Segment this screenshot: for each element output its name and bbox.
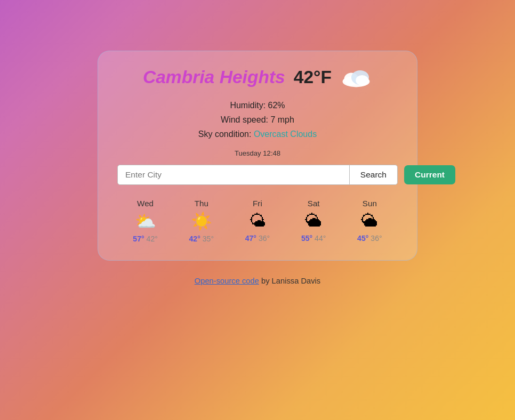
forecast-day-sat: Sat 🌥 55° 44° xyxy=(301,199,326,243)
day-temps-wed: 57° 42° xyxy=(133,235,158,243)
day-temps-thu: 42° 35° xyxy=(189,235,214,243)
day-label-thu: Thu xyxy=(195,199,208,208)
city-name: Cambria Heights xyxy=(143,67,285,87)
forecast-day-thu: Thu ☀️ 42° 35° xyxy=(189,199,214,243)
footer-by: by Lanissa Davis xyxy=(259,277,320,285)
forecast-day-wed: Wed ⛅ 57° 42° xyxy=(133,199,158,243)
forecast-row: Wed ⛅ 57° 42° Thu ☀️ 42° 35° Fri 🌤 47° 3… xyxy=(117,199,398,243)
header-row: Cambria Heights 42°F xyxy=(117,66,398,88)
sunny-icon: ☀️ xyxy=(191,211,212,231)
cloud-icon xyxy=(340,66,372,88)
forecast-day-sun: Sun 🌥 45° 36° xyxy=(357,199,382,243)
search-row: Search Current xyxy=(117,165,398,185)
sun-icon: 🌤 xyxy=(249,211,266,231)
temperature: 42°F xyxy=(294,67,332,87)
search-button[interactable]: Search xyxy=(350,165,398,185)
svg-point-3 xyxy=(356,75,368,86)
day-label-fri: Fri xyxy=(253,199,262,208)
day-temps-sun: 45° 36° xyxy=(357,234,382,243)
weather-details: Humidity: 62% Wind speed: 7 mph Sky cond… xyxy=(198,98,317,142)
sky-condition-value: Overcast Clouds xyxy=(254,130,317,139)
current-button[interactable]: Current xyxy=(404,165,455,184)
day-label-wed: Wed xyxy=(137,199,154,208)
sky-condition: Sky condition: Overcast Clouds xyxy=(198,127,317,141)
cloud-icon-sun: 🌥 xyxy=(361,211,378,231)
day-label-sun: Sun xyxy=(363,199,377,208)
humidity: Humidity: 62% xyxy=(198,98,317,112)
forecast-day-fri: Fri 🌤 47° 36° xyxy=(245,199,270,243)
sky-condition-label: Sky condition: xyxy=(198,130,252,139)
weather-card: Cambria Heights 42°F Humidity: 62% Wind … xyxy=(98,51,417,261)
city-input[interactable] xyxy=(117,165,350,185)
open-source-link[interactable]: Open-source code xyxy=(195,277,259,285)
wind-speed: Wind speed: 7 mph xyxy=(198,112,317,127)
day-label-sat: Sat xyxy=(308,199,320,208)
datetime: Tuesday 12:48 xyxy=(235,149,280,157)
partly-cloudy-icon: ⛅ xyxy=(135,211,156,231)
cloud-icon-sat: 🌥 xyxy=(305,211,322,231)
footer: Open-source code by Lanissa Davis xyxy=(195,277,320,285)
day-temps-fri: 47° 36° xyxy=(245,234,270,243)
day-temps-sat: 55° 44° xyxy=(301,234,326,243)
